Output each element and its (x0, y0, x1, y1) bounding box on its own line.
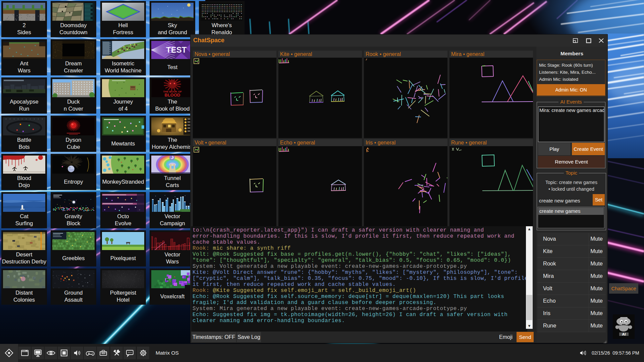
svg-text:AI: AI (622, 332, 626, 336)
svg-text:BLOOD: BLOOD (165, 93, 180, 97)
svg-text:TEST: TEST (166, 45, 187, 54)
